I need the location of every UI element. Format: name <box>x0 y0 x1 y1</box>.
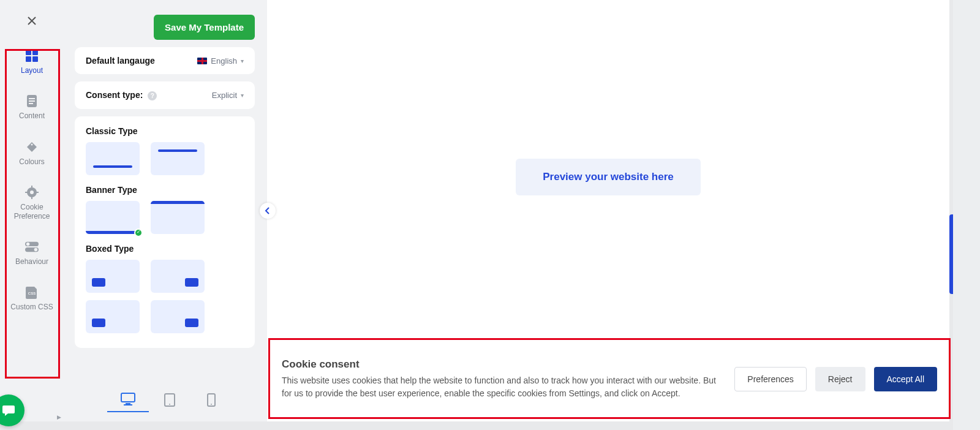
svg-rect-21 <box>126 403 130 404</box>
sidebar-item-content[interactable]: Content <box>7 94 56 120</box>
css-file-icon: CSS <box>25 285 39 299</box>
chevron-left-icon <box>265 207 271 214</box>
svg-rect-13 <box>25 192 28 193</box>
device-selector-bar <box>72 383 267 417</box>
svg-rect-20 <box>121 393 135 402</box>
banner-type-section: Banner Type <box>86 185 244 234</box>
language-value-text: English <box>211 56 237 66</box>
config-panel: Save My Template Default langauge Englis… <box>64 0 266 421</box>
device-mobile-button[interactable] <box>190 388 232 412</box>
svg-text:CSS: CSS <box>28 292 36 295</box>
boxed-br-thumb-1[interactable] <box>151 260 205 293</box>
svg-rect-2 <box>26 56 31 62</box>
cookie-reject-button[interactable]: Reject <box>815 367 865 391</box>
default-language-row[interactable]: Default langauge English ▾ <box>75 47 255 74</box>
browser-right-gutter <box>953 0 980 430</box>
classic-type-title: Classic Type <box>86 126 244 136</box>
sidebar-item-label: Custom CSS <box>10 303 53 311</box>
consent-type-value: Explicit ▾ <box>212 91 244 100</box>
chevron-down-icon: ▾ <box>241 92 244 99</box>
tag-icon <box>25 140 39 154</box>
layout-icon <box>25 49 39 62</box>
cookie-preferences-button[interactable]: Preferences <box>734 367 806 391</box>
collapse-panel-button[interactable] <box>260 203 276 219</box>
svg-rect-7 <box>29 103 33 104</box>
close-icon <box>27 16 37 26</box>
svg-rect-22 <box>124 404 132 405</box>
document-icon <box>25 94 39 108</box>
banner-top-thumb[interactable] <box>151 201 205 234</box>
default-language-label: Default langauge <box>86 56 155 66</box>
help-icon[interactable]: ? <box>148 91 157 100</box>
sidebar-item-label: Cookie Preference <box>7 203 56 221</box>
cookie-banner-actions: Preferences Reject Accept All <box>734 367 937 391</box>
svg-point-18 <box>34 248 37 252</box>
chat-icon <box>1 403 16 418</box>
banner-bottom-thumb[interactable] <box>86 201 140 234</box>
tablet-icon <box>164 393 175 407</box>
boxed-type-section: Boxed Type <box>86 244 244 333</box>
classic-bottom-thumb[interactable] <box>86 142 140 175</box>
consent-type-label: Consent type: ? <box>86 90 157 100</box>
app-frame: Layout Content Colours Cookie Preference <box>0 0 949 421</box>
sidebar-items: Layout Content Colours Cookie Preference <box>0 49 64 312</box>
classic-type-section: Classic Type <box>86 126 244 175</box>
sidebar-item-label: Colours <box>19 157 44 166</box>
desktop-icon <box>121 393 135 406</box>
sidebar-item-custom-css[interactable]: CSS Custom CSS <box>7 285 56 311</box>
classic-top-thumb[interactable] <box>151 142 205 175</box>
device-desktop-button[interactable] <box>107 388 149 412</box>
default-language-value: English ▾ <box>197 56 244 66</box>
boxed-type-title: Boxed Type <box>86 244 244 254</box>
cookie-consent-banner: Cookie consent This website uses cookies… <box>271 342 948 417</box>
cookie-banner-text: Cookie consent This website uses cookies… <box>282 358 723 400</box>
sidebar-item-label: Behaviour <box>15 257 48 266</box>
banner-type-title: Banner Type <box>86 185 244 195</box>
svg-point-16 <box>26 243 30 246</box>
gear-icon <box>25 186 39 199</box>
svg-rect-11 <box>31 186 32 188</box>
svg-rect-6 <box>29 100 35 102</box>
boxed-br-thumb-2[interactable] <box>151 300 205 333</box>
svg-rect-12 <box>31 197 32 199</box>
svg-point-10 <box>30 190 34 194</box>
sidebar-item-layout[interactable]: Layout <box>7 49 56 75</box>
sidebar-item-cookie-preference[interactable]: Cookie Preference <box>7 186 56 221</box>
sidebar-item-behaviour[interactable]: Behaviour <box>7 240 56 266</box>
svg-point-24 <box>169 404 170 405</box>
sidebar-item-colours[interactable]: Colours <box>7 140 56 166</box>
save-template-button[interactable]: Save My Template <box>154 15 255 40</box>
toggle-icon <box>25 240 39 254</box>
consent-type-row[interactable]: Consent type: ? Explicit ▾ <box>75 81 255 109</box>
chevron-down-icon: ▾ <box>241 58 244 64</box>
cookie-accept-button[interactable]: Accept All <box>874 367 937 391</box>
preview-website-button[interactable]: Preview your website here <box>516 159 701 195</box>
sidebar-item-label: Content <box>19 111 45 120</box>
svg-point-26 <box>211 404 212 405</box>
svg-rect-3 <box>32 56 38 62</box>
svg-point-8 <box>31 143 33 145</box>
cookie-banner-title: Cookie consent <box>282 358 723 371</box>
svg-rect-5 <box>29 98 35 99</box>
svg-rect-0 <box>26 50 31 55</box>
sidebar-scroll-right-icon: ▶ <box>57 414 61 420</box>
consent-type-value-text: Explicit <box>212 91 237 100</box>
svg-rect-14 <box>36 192 39 193</box>
boxed-bl-thumb-2[interactable] <box>86 300 140 333</box>
device-tablet-button[interactable] <box>149 388 190 412</box>
sidebar-item-label: Layout <box>21 66 43 75</box>
svg-rect-1 <box>32 50 38 55</box>
cookie-banner-description: This website uses cookies that help the … <box>282 374 723 400</box>
uk-flag-icon <box>197 58 207 64</box>
selected-check-icon <box>134 228 143 237</box>
sidebar: Layout Content Colours Cookie Preference <box>0 0 64 421</box>
mobile-icon <box>207 393 216 407</box>
consent-type-label-text: Consent type: <box>86 90 143 100</box>
close-button[interactable] <box>24 13 39 28</box>
boxed-bl-thumb-1[interactable] <box>86 260 140 293</box>
right-edge-tab[interactable] <box>949 214 953 294</box>
layout-type-card: Classic Type Banner Type Boxed Type <box>75 116 255 348</box>
